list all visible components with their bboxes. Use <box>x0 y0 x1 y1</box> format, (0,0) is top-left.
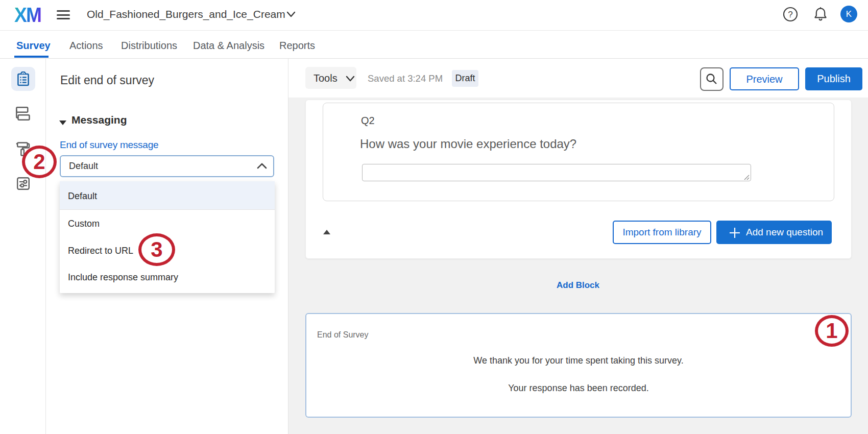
svg-text:?: ? <box>788 10 792 19</box>
